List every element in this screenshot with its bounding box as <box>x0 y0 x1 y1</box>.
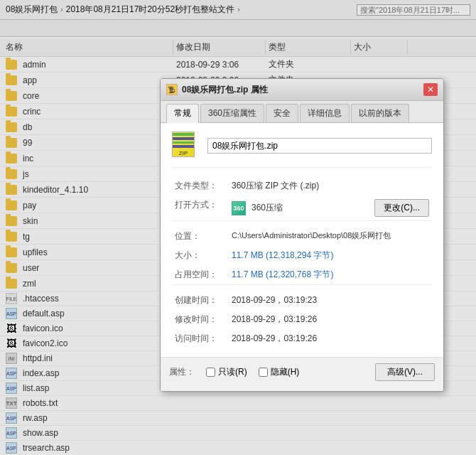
location-label: 位置： <box>172 227 229 246</box>
attr-label: 属性： <box>169 366 195 378</box>
disk-size-label: 占用空间： <box>172 265 229 285</box>
created-label: 创建时间： <box>172 291 229 310</box>
dialog-tabs: 常规 360压缩属性 安全 详细信息 以前的版本 <box>161 101 443 123</box>
created-row: 创建时间： 2018-09-29，03:19:23 <box>172 291 432 310</box>
zip-stripe-green2 <box>173 141 194 144</box>
properties-table: 文件类型： 360压缩 ZIP 文件 (.zip) 打开方式： 360 360压… <box>172 176 432 348</box>
dialog-title-icon: 🗜 <box>166 84 178 95</box>
zip-file-icon: ZIP <box>172 132 200 160</box>
dialog-titlebar: 🗜 08娱乐网打包.zip 属性 ✕ <box>161 79 443 101</box>
dialog-bottom: 属性： 只读(R) 隐藏(H) 高级(V)... <box>161 357 443 391</box>
advanced-button[interactable]: 高级(V)... <box>375 363 435 381</box>
hidden-checkbox-item: 隐藏(H) <box>259 366 300 378</box>
tab-details[interactable]: 详细信息 <box>300 104 350 122</box>
readonly-checkbox[interactable] <box>206 368 215 377</box>
file-type-value: 360压缩 ZIP 文件 (.zip) <box>229 176 432 196</box>
tab-prev-versions[interactable]: 以前的版本 <box>351 104 409 122</box>
size-label: 大小： <box>172 246 229 265</box>
separator-row2 <box>172 285 432 291</box>
zip-stripe-blue <box>173 137 194 140</box>
open-with-content: 360 360压缩 更改(C)... <box>232 199 429 217</box>
dialog-content: ZIP 文件类型： 360压缩 ZIP 文件 (.zip) 打开方式： 360 … <box>161 123 443 357</box>
open-with-label: 打开方式： <box>172 196 229 221</box>
readonly-label: 只读(R) <box>218 366 247 378</box>
hidden-label: 隐藏(H) <box>271 366 300 378</box>
disk-size-value: 11.7 MB (12,320,768 字节) <box>229 265 432 285</box>
file-header-row: ZIP <box>172 132 432 168</box>
modified-label: 修改时间： <box>172 310 229 329</box>
open-with-app-icon: 360 <box>232 201 246 215</box>
accessed-value: 2018-09-29，03:19:26 <box>229 329 432 348</box>
disk-size-row: 占用空间： 11.7 MB (12,320,768 字节) <box>172 265 432 285</box>
open-with-row: 打开方式： 360 360压缩 更改(C)... <box>172 196 432 221</box>
zip-stripe-green <box>173 133 194 136</box>
modified-row: 修改时间： 2018-09-29，03:19:26 <box>172 310 432 329</box>
filename-input[interactable] <box>207 138 432 154</box>
tab-360[interactable]: 360压缩属性 <box>200 104 264 122</box>
accessed-label: 访问时间： <box>172 329 229 348</box>
file-type-row: 文件类型： 360压缩 ZIP 文件 (.zip) <box>172 176 432 196</box>
tab-security[interactable]: 安全 <box>266 104 298 122</box>
open-with-cell: 360 360压缩 更改(C)... <box>229 196 432 221</box>
file-type-label: 文件类型： <box>172 176 229 196</box>
hidden-checkbox[interactable] <box>259 368 268 377</box>
dialog-title-text: 08娱乐网打包.zip 属性 <box>182 84 419 96</box>
zip-icon-body: ZIP <box>172 132 195 157</box>
readonly-checkbox-item: 只读(R) <box>206 366 247 378</box>
properties-dialog: 🗜 08娱乐网打包.zip 属性 ✕ 常规 360压缩属性 安全 详细信息 以前… <box>160 78 444 392</box>
modified-value: 2018-09-29，03:19:26 <box>229 310 432 329</box>
accessed-row: 访问时间： 2018-09-29，03:19:26 <box>172 329 432 348</box>
attributes-row: 属性： 只读(R) 隐藏(H) 高级(V)... <box>169 363 435 381</box>
size-value: 11.7 MB (12,318,294 字节) <box>229 246 432 265</box>
separator-row1 <box>172 221 432 228</box>
location-row: 位置： C:\Users\Administrator\Desktop\08娱乐网… <box>172 227 432 246</box>
open-with-app-name: 360压缩 <box>251 202 283 214</box>
close-button[interactable]: ✕ <box>423 83 438 96</box>
zip-stripe-blue2 <box>173 145 194 148</box>
tab-general[interactable]: 常规 <box>166 104 199 123</box>
created-value: 2018-09-29，03:19:23 <box>229 291 432 310</box>
size-row: 大小： 11.7 MB (12,318,294 字节) <box>172 246 432 265</box>
change-button[interactable]: 更改(C)... <box>374 199 429 217</box>
location-value: C:\Users\Administrator\Desktop\08娱乐网打包 <box>229 227 432 246</box>
